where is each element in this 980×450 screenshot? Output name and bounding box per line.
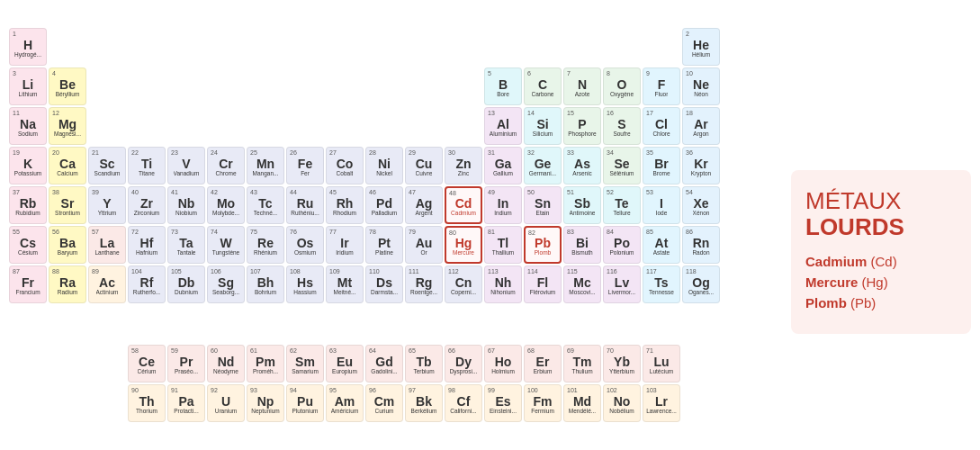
element-Bi[interactable]: 83BiBismuth	[563, 226, 601, 264]
element-Db[interactable]: 105DbDubnium	[167, 266, 205, 303]
element-Sn[interactable]: 50SnEtain	[524, 186, 562, 224]
element-Ti[interactable]: 22TiTitane	[128, 147, 166, 184]
element-Ce[interactable]: 58CeCérium	[128, 345, 166, 382]
element-Tb[interactable]: 65TbTerbium	[405, 345, 443, 382]
element-N[interactable]: 7NAzote	[563, 68, 601, 105]
element-H[interactable]: 1HHydrogé...	[9, 28, 47, 66]
element-Pu[interactable]: 94PuPlutonium	[286, 384, 324, 422]
element-Kr[interactable]: 36KrKrypton	[682, 147, 720, 184]
element-Cn[interactable]: 112CnCoperni...	[445, 266, 482, 303]
element-Os[interactable]: 76OsOsmium	[286, 226, 324, 264]
element-He[interactable]: 2HeHélium	[682, 28, 720, 66]
element-Sc[interactable]: 21ScScandium	[88, 147, 126, 184]
element-Dy[interactable]: 66DyDysprosi...	[445, 345, 482, 382]
element-Cl[interactable]: 17ClChlore	[643, 107, 680, 145]
element-Ir[interactable]: 77IrIridium	[326, 226, 364, 264]
element-Li[interactable]: 3LiLithium	[9, 68, 47, 105]
element-Sg[interactable]: 106SgSeaborg...	[207, 266, 245, 303]
element-La[interactable]: 57LaLanthane	[88, 226, 126, 264]
element-Tl[interactable]: 81TlThallium	[484, 226, 522, 264]
element-Te[interactable]: 52TeTellure	[603, 186, 641, 224]
element-Ta[interactable]: 73TaTantale	[167, 226, 205, 264]
element-V[interactable]: 23VVanadium	[167, 147, 205, 184]
element-Cf[interactable]: 98CfCaliforni...	[445, 384, 482, 422]
element-Mo[interactable]: 42MoMolybde...	[207, 186, 245, 224]
element-Ar[interactable]: 18ArArgon	[682, 107, 720, 145]
element-Nd[interactable]: 60NdNéodyme	[207, 345, 245, 382]
element-Zr[interactable]: 40ZrZirconium	[128, 186, 166, 224]
element-Lu[interactable]: 71LuLutécium	[643, 345, 680, 382]
element-Sr[interactable]: 38SrStrontium	[49, 186, 86, 224]
element-Ge[interactable]: 32GeGermani...	[524, 147, 562, 184]
element-Mc[interactable]: 115McMoscovi...	[563, 266, 601, 303]
element-P[interactable]: 15PPhosphore	[563, 107, 601, 145]
element-S[interactable]: 16SSoufre	[603, 107, 641, 145]
element-Br[interactable]: 35BrBrome	[643, 147, 680, 184]
element-Pr[interactable]: 59PrPraséo...	[167, 345, 205, 382]
element-As[interactable]: 33AsArsenic	[563, 147, 601, 184]
element-Y[interactable]: 39YYttrium	[88, 186, 126, 224]
element-Bh[interactable]: 107BhBohrium	[247, 266, 284, 303]
element-Se[interactable]: 34SeSélénium	[603, 147, 641, 184]
element-Sb[interactable]: 51SbAntimoine	[563, 186, 601, 224]
element-Cu[interactable]: 29CuCuivre	[405, 147, 443, 184]
element-Fr[interactable]: 87FrFrancium	[9, 266, 47, 303]
element-Ba[interactable]: 56BaBaryum	[49, 226, 86, 264]
element-Gd[interactable]: 64GdGadolini...	[365, 345, 403, 382]
element-Ts[interactable]: 117TsTennesse	[643, 266, 680, 303]
element-No[interactable]: 102NoNobélium	[603, 384, 641, 422]
element-Na[interactable]: 11NaSodium	[9, 107, 47, 145]
element-Ca[interactable]: 20CaCalcium	[49, 147, 86, 184]
element-Tc[interactable]: 43TcTechné...	[247, 186, 284, 224]
element-Tm[interactable]: 69TmThulium	[563, 345, 601, 382]
element-Rb[interactable]: 37RbRubidium	[9, 186, 47, 224]
element-Co[interactable]: 27CoCobalt	[326, 147, 364, 184]
element-Fe[interactable]: 26FeFer	[286, 147, 324, 184]
element-U[interactable]: 92UUranium	[207, 384, 245, 422]
element-Ne[interactable]: 10NeNéon	[682, 68, 720, 105]
element-Es[interactable]: 99EsEinsteini...	[484, 384, 522, 422]
element-Rh[interactable]: 45RhRhodium	[326, 186, 364, 224]
element-I[interactable]: 53IIode	[643, 186, 680, 224]
element-Mg[interactable]: 12MgMagnési...	[49, 107, 86, 145]
element-Al[interactable]: 13AlAluminium	[484, 107, 522, 145]
element-Eu[interactable]: 63EuEuropium	[326, 345, 364, 382]
element-Xe[interactable]: 54XeXénon	[682, 186, 720, 224]
element-Mt[interactable]: 109MtMeitné...	[326, 266, 364, 303]
element-Sm[interactable]: 62SmSamarium	[286, 345, 324, 382]
element-Er[interactable]: 68ErErbium	[524, 345, 562, 382]
element-Og[interactable]: 118OgOganes...	[682, 266, 720, 303]
element-Pt[interactable]: 78PtPlatine	[365, 226, 403, 264]
element-Pd[interactable]: 46PdPalladium	[365, 186, 403, 224]
element-Nb[interactable]: 41NbNiobium	[167, 186, 205, 224]
element-Rg[interactable]: 111RgRoentge...	[405, 266, 443, 303]
element-Au[interactable]: 79AuOr	[405, 226, 443, 264]
element-Fm[interactable]: 100FmFermium	[524, 384, 562, 422]
element-Ga[interactable]: 31GaGallium	[484, 147, 522, 184]
element-F[interactable]: 9FFluor	[643, 68, 680, 105]
element-Ac[interactable]: 89AcActinium	[88, 266, 126, 303]
element-Ra[interactable]: 88RaRadium	[49, 266, 86, 303]
element-At[interactable]: 85AtAstate	[643, 226, 680, 264]
element-Hf[interactable]: 72HfHafnium	[128, 226, 166, 264]
element-Cr[interactable]: 24CrChrome	[207, 147, 245, 184]
element-Lv[interactable]: 116LvLivermor...	[603, 266, 641, 303]
element-Cs[interactable]: 55CsCésium	[9, 226, 47, 264]
element-Fl[interactable]: 114FlFlérovium	[524, 266, 562, 303]
element-W[interactable]: 74WTungstène	[207, 226, 245, 264]
element-Th[interactable]: 90ThThorium	[128, 384, 166, 422]
element-K[interactable]: 19KPotassium	[9, 147, 47, 184]
element-Lr[interactable]: 103LrLawrence...	[643, 384, 680, 422]
element-Nh[interactable]: 113NhNihonium	[484, 266, 522, 303]
element-Ho[interactable]: 67HoHolmium	[484, 345, 522, 382]
element-Pm[interactable]: 61PmProméh...	[247, 345, 284, 382]
element-In[interactable]: 49InIndium	[484, 186, 522, 224]
element-Cm[interactable]: 96CmCurium	[365, 384, 403, 422]
element-Cd[interactable]: 48CdCadmium	[445, 186, 482, 224]
element-Rn[interactable]: 86RnRadon	[682, 226, 720, 264]
element-Yb[interactable]: 70YbYtterbium	[603, 345, 641, 382]
element-Np[interactable]: 93NpNeptunium	[247, 384, 284, 422]
element-Hs[interactable]: 108HsHassium	[286, 266, 324, 303]
element-Mn[interactable]: 25MnMangan...	[247, 147, 284, 184]
element-Ru[interactable]: 44RuRuthéniu...	[286, 186, 324, 224]
